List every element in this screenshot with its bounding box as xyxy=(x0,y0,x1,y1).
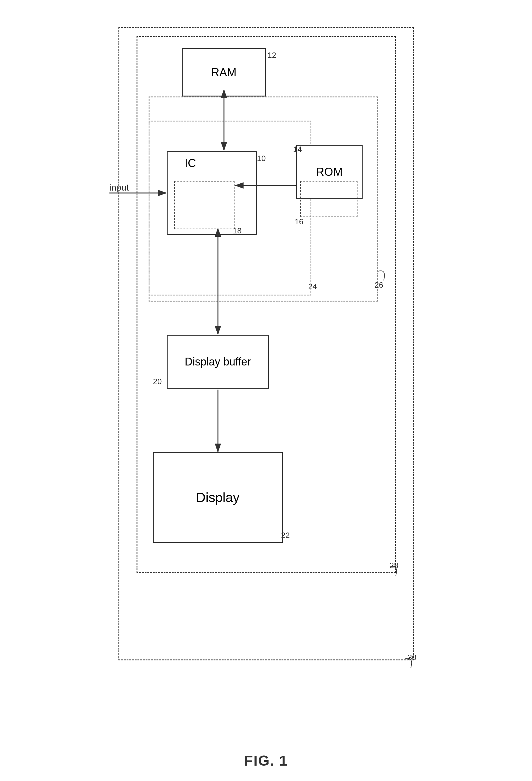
label-30: 30 xyxy=(408,653,416,662)
label-28: 28 xyxy=(390,561,398,570)
box-18 xyxy=(174,181,234,229)
page: 30 28 26 24 RAM 12 IC 10 18 ROM 14 16 xyxy=(0,0,532,781)
display-buffer-label: Display buffer xyxy=(185,356,251,368)
display-label: Display xyxy=(196,490,239,505)
label-26: 26 xyxy=(375,280,384,290)
box-16 xyxy=(300,181,357,217)
display-block: Display xyxy=(153,452,283,543)
display-buffer-block: Display buffer xyxy=(167,335,269,389)
figure-label: FIG. 1 xyxy=(244,752,288,769)
label-12: 12 xyxy=(268,51,276,60)
label-14: 14 xyxy=(293,145,302,154)
label-18: 18 xyxy=(233,226,242,236)
label-10: 10 xyxy=(257,154,266,163)
ic-label: IC xyxy=(185,157,196,170)
label-22: 22 xyxy=(281,531,290,540)
label-20: 20 xyxy=(153,377,162,386)
input-label: input xyxy=(109,182,129,193)
ram-label: RAM xyxy=(211,66,236,79)
label-16: 16 xyxy=(295,217,304,227)
diagram-container: 30 28 26 24 RAM 12 IC 10 18 ROM 14 16 xyxy=(100,18,432,727)
label-24: 24 xyxy=(308,282,317,291)
ram-block: RAM xyxy=(182,48,266,96)
rom-label: ROM xyxy=(316,166,343,178)
